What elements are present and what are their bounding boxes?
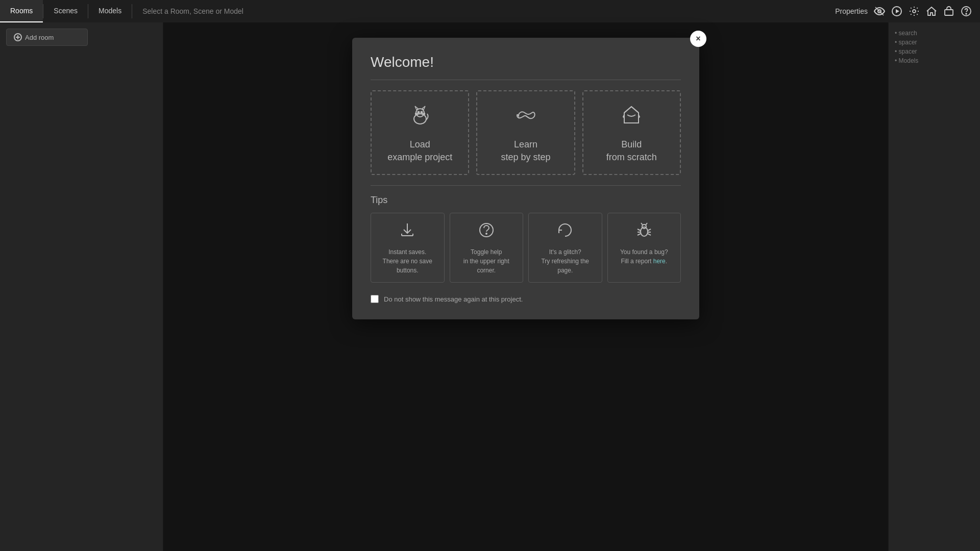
svg-point-12 (416, 109, 424, 117)
tab-scenes[interactable]: Scenes (43, 0, 88, 22)
action-cards-container: Load example project Learn step by s (371, 90, 681, 175)
download-icon (399, 221, 416, 242)
add-room-button[interactable]: Add room (6, 29, 88, 46)
main-area: × Welcome! (163, 22, 888, 551)
tip-glitch-text: It's a glitch? Try refreshing the page. (534, 247, 597, 275)
tips-divider (371, 185, 681, 186)
refresh-icon (556, 221, 574, 242)
play-icon[interactable] (891, 6, 902, 17)
build-scratch-card[interactable]: Build from scratch (582, 90, 681, 175)
settings-icon[interactable] (909, 6, 920, 17)
svg-line-30 (648, 234, 651, 235)
svg-line-28 (648, 229, 651, 231)
right-sidebar: • search • spacer • spacer • Models (888, 22, 980, 551)
modal-title: Welcome! (371, 54, 681, 70)
svg-line-19 (422, 113, 425, 114)
load-example-label: Load example project (387, 138, 452, 164)
no-show-checkbox[interactable] (371, 295, 379, 303)
nav-center-label: Select a Room, Scene or Model (132, 0, 827, 22)
nav-right: Properties (827, 0, 980, 22)
tab-rooms[interactable]: Rooms (0, 0, 43, 22)
svg-point-7 (966, 13, 967, 14)
add-room-label: Add room (25, 34, 54, 41)
svg-point-16 (421, 112, 422, 113)
top-nav: Rooms Scenes Models Select a Room, Scene… (0, 0, 980, 22)
svg-point-15 (418, 112, 419, 113)
svg-line-17 (415, 113, 418, 114)
svg-line-27 (638, 234, 641, 235)
sidebar-models: • Models (895, 56, 974, 65)
bug-icon (635, 221, 653, 242)
tip-instant-saves: Instant saves. There are no save buttons… (371, 213, 445, 283)
tip-bug: You found a bug? Fill a report here. (607, 213, 681, 283)
eye-icon[interactable] (874, 6, 885, 17)
properties-label: Properties (835, 7, 868, 15)
learn-step-label: Learn step by step (501, 138, 550, 164)
svg-point-11 (414, 114, 426, 124)
modal-close-button[interactable]: × (690, 31, 706, 47)
svg-line-20 (422, 114, 425, 115)
tip-glitch: It's a glitch? Try refreshing the page. (528, 213, 602, 283)
svg-marker-13 (415, 106, 418, 110)
tip-bug-text: You found a bug? Fill a report here. (620, 247, 668, 266)
home-icon[interactable] (926, 6, 937, 17)
load-example-card[interactable]: Load example project (371, 90, 469, 175)
svg-line-32 (646, 223, 647, 225)
left-sidebar: Add room (0, 22, 163, 551)
question-icon (478, 221, 495, 242)
tips-title: Tips (371, 195, 681, 206)
modal-title-divider (371, 80, 681, 80)
build-icon (619, 104, 644, 131)
svg-point-22 (486, 233, 487, 234)
svg-rect-5 (945, 10, 953, 15)
tip-toggle-help: Toggle help in the upper right corner. (450, 213, 524, 283)
no-show-label[interactable]: Do not show this message again at this p… (384, 295, 523, 303)
tip-instant-saves-text: Instant saves. There are no save buttons… (376, 247, 439, 275)
svg-line-25 (638, 229, 641, 231)
svg-marker-3 (896, 9, 899, 13)
tab-models[interactable]: Models (88, 0, 132, 22)
tip-toggle-help-text: Toggle help in the upper right corner. (455, 247, 518, 275)
sidebar-spacer2: • spacer (895, 47, 974, 56)
add-icon (14, 33, 22, 41)
bug-report-link[interactable]: here (653, 258, 666, 265)
sidebar-spacer1: • spacer (895, 38, 974, 47)
person-icon[interactable] (943, 6, 954, 17)
build-scratch-label: Build from scratch (606, 138, 657, 164)
welcome-modal: × Welcome! (352, 38, 699, 319)
svg-line-18 (415, 114, 418, 115)
learn-icon (513, 104, 538, 131)
svg-marker-14 (422, 106, 425, 110)
svg-point-4 (913, 10, 916, 13)
cat-icon (408, 104, 432, 131)
tips-cards-container: Instant saves. There are no save buttons… (371, 213, 681, 283)
checkbox-row: Do not show this message again at this p… (371, 295, 681, 303)
learn-step-card[interactable]: Learn step by step (476, 90, 575, 175)
svg-line-31 (641, 223, 643, 225)
help-icon[interactable] (961, 6, 972, 17)
sidebar-search: • search (895, 29, 974, 38)
modal-overlay: × Welcome! (163, 22, 888, 551)
